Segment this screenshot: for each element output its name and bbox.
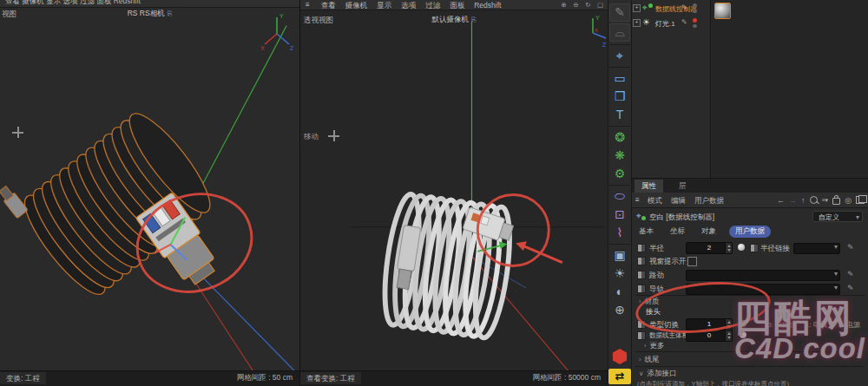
axis-gizmo-center[interactable]: Y X Z — [585, 14, 608, 47]
stepper-icon[interactable] — [725, 330, 733, 342]
menu-redshift[interactable]: Redshift — [474, 1, 501, 10]
camera-icon[interactable]: ▣ — [610, 246, 629, 265]
tab-user-data[interactable]: 用户数据 — [729, 226, 771, 238]
object-row-light[interactable]: ☀ 灯光.1 ✎ — [632, 16, 710, 29]
object-row-cable-controller[interactable]: ⌖ 数据线控制器 ✎ — [632, 2, 710, 15]
view-maximize-icon[interactable]: ▢ — [596, 1, 604, 9]
cable-render-center — [300, 10, 608, 386]
view-rotate-icon[interactable]: ↻ — [584, 1, 592, 9]
path-link-field[interactable] — [686, 270, 840, 281]
tab-coordinates[interactable]: 坐标 — [670, 226, 685, 237]
transform-mode-chip[interactable]: 查看变换: 工程 — [300, 372, 361, 384]
object-toolbar: ✎ ⌓ ⌖ ▭ ❒ T ❂ ❋ ⚙ ⬭ ⊡ ⌇ ▣ ☀ ◐ ⊕ ⇄ — [608, 0, 632, 386]
viewport-center-menubar[interactable]: ≡ 查看 摄像机 显示 选项 过滤 面板 Redshift ⊕ ⊖ ↻ ▢ — [300, 0, 608, 10]
menu-panel[interactable]: 面板 — [450, 1, 464, 10]
object-manager[interactable]: ⌖ 数据线控制器 ✎ ☀ 灯光.1 ✎ — [632, 0, 710, 178]
subdivision-surface-icon[interactable]: ❂ — [610, 128, 629, 147]
menu-display[interactable]: 显示 — [377, 1, 391, 10]
view-pan-icon[interactable]: ⊕ — [560, 1, 568, 9]
sweep-icon[interactable]: ⌓ — [609, 23, 630, 42]
menu-options[interactable]: 选项 — [401, 1, 416, 10]
radius-link-field[interactable] — [793, 243, 840, 254]
redshift-icon[interactable] — [612, 349, 628, 364]
swap-layout-button[interactable]: ⇄ — [608, 369, 631, 384]
visibility-dots[interactable] — [693, 3, 697, 15]
transform-mode-chip[interactable]: 变换: 工程 — [0, 372, 46, 384]
object-label[interactable]: 数据线控制器 — [655, 4, 697, 14]
parent-up-icon[interactable]: ↑ — [801, 196, 806, 205]
viewport-center-camera-label[interactable]: 默认摄像机⎘ — [300, 15, 608, 25]
view-zoom-icon[interactable]: ⊖ — [572, 1, 580, 9]
pick-pencil-icon[interactable]: ✎ — [847, 243, 854, 252]
user-data-port-icon — [637, 244, 646, 252]
expand-icon[interactable] — [633, 19, 641, 27]
cube-icon[interactable]: ❒ — [610, 88, 629, 106]
object-label[interactable]: 灯光.1 — [655, 19, 675, 29]
sky-icon[interactable]: ◐ — [610, 283, 629, 301]
new-window-icon[interactable] — [856, 196, 865, 204]
viewport-left-menubar[interactable]: 查看 摄像机 显示 选项 过滤 面板 Redshift — [0, 0, 299, 8]
visibility-dots[interactable] — [693, 18, 697, 29]
camera-swap-icon[interactable]: ⎘ — [471, 16, 477, 23]
viewport-center[interactable]: ≡ 查看 摄像机 显示 选项 过滤 面板 Redshift ⊕ ⊖ ↻ ▢ 透视… — [300, 0, 608, 386]
pick-pencil-icon[interactable]: ✎ — [847, 284, 854, 292]
viewport-toggle-checkbox[interactable] — [687, 257, 697, 266]
group-joint[interactable]: 接头 — [646, 307, 661, 317]
viewport-left[interactable]: 查看 摄像机 显示 选项 过滤 面板 Redshift 视图 RS RS相机⎘ … — [0, 0, 300, 386]
rail-link-field[interactable] — [686, 284, 840, 295]
group-tail[interactable]: ›线尾 — [639, 355, 660, 365]
tab-object[interactable]: 对象 — [701, 226, 716, 237]
edit-enable-icon[interactable]: ✎ — [681, 18, 687, 26]
tab-layers[interactable]: 层 — [672, 180, 694, 193]
stepper-icon[interactable] — [725, 242, 733, 254]
null-display-icon[interactable]: ⊡ — [610, 206, 629, 224]
focus-icon[interactable]: ◎ — [845, 196, 852, 205]
light-icon[interactable]: ☀ — [610, 265, 629, 283]
preset-dropdown[interactable]: 自定义 — [812, 211, 863, 222]
axis-gizmo-left[interactable]: Y X Z — [260, 10, 297, 54]
group-more[interactable]: ›更多 — [644, 341, 665, 351]
globe-icon[interactable]: ⊕ — [610, 301, 629, 319]
bend-deformer-icon[interactable]: ⌇ — [610, 224, 629, 242]
viewport-left-camera-label[interactable]: RS RS相机⎘ — [0, 9, 299, 19]
gear-icon[interactable]: ⚙ — [610, 165, 629, 183]
body-connect-slider-knob[interactable] — [740, 331, 746, 338]
spline-pen-icon[interactable]: ✎ — [609, 3, 630, 22]
type-switch-slider-knob[interactable] — [740, 320, 746, 327]
search-icon[interactable] — [810, 196, 818, 204]
material-thumbnail[interactable] — [714, 3, 731, 19]
history-back-icon[interactable]: ← — [777, 196, 785, 205]
c4d-window: 查看 摄像机 显示 选项 过滤 面板 Redshift 视图 RS RS相机⎘ … — [0, 0, 868, 386]
tab-attributes[interactable]: 属性 — [635, 180, 663, 193]
material-manager[interactable] — [710, 0, 868, 178]
menu-view[interactable]: 查看 — [321, 1, 336, 10]
attribute-object-label: 空白 [数据线控制器] — [649, 213, 714, 223]
edit-enable-icon[interactable]: ✎ — [681, 3, 687, 11]
axis-x-label: X — [260, 45, 265, 51]
filter-icon[interactable]: ≡▾ — [822, 197, 829, 204]
panel-menu-icon[interactable]: ≡ — [635, 196, 640, 204]
pick-pencil-icon[interactable]: ✎ — [847, 270, 854, 278]
history-forward-icon[interactable]: → — [789, 196, 797, 205]
lock-icon[interactable] — [832, 198, 840, 205]
camera-swap-icon[interactable]: ⎘ — [168, 10, 173, 17]
body-connect-input[interactable]: 0 — [686, 330, 733, 342]
expand-icon[interactable] — [633, 4, 641, 12]
group-material[interactable]: ›材质 — [639, 297, 660, 307]
axis-x-label: X — [595, 28, 598, 33]
radius-drag-handle[interactable] — [738, 244, 745, 251]
null-object-icon[interactable]: ⌖ — [610, 47, 629, 65]
group-add-port[interactable]: ∨添加接口 — [639, 369, 677, 379]
radius-input[interactable]: 2 — [686, 242, 733, 254]
plane-icon[interactable]: ▭ — [610, 69, 629, 88]
menu-userdata[interactable]: 用户数据 — [694, 196, 724, 206]
menu-edit[interactable]: 编辑 — [671, 196, 686, 206]
cluster-icon[interactable]: ❋ — [610, 147, 629, 165]
menu-mode[interactable]: 模式 — [648, 196, 662, 206]
menu-filter[interactable]: 过滤 — [425, 1, 440, 10]
disc-icon[interactable]: ⬭ — [610, 187, 629, 206]
menu-camera[interactable]: 摄像机 — [345, 1, 368, 10]
text-icon[interactable]: T — [610, 106, 629, 124]
tab-basic[interactable]: 基本 — [639, 226, 654, 237]
panel-menu-icon[interactable]: ≡ — [306, 1, 310, 10]
